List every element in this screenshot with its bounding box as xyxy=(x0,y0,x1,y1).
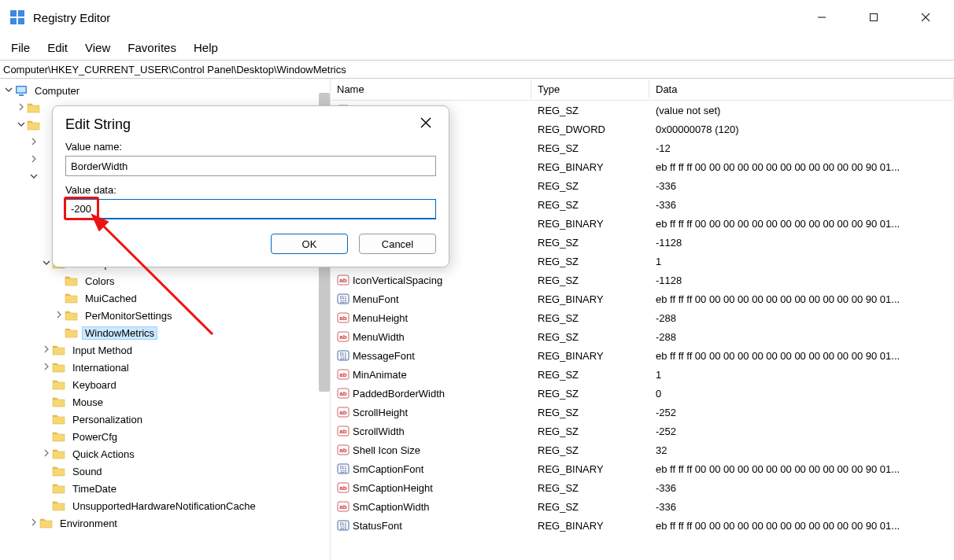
chevron-right-icon[interactable] xyxy=(41,363,52,372)
chevron-right-icon[interactable] xyxy=(28,518,39,528)
value-type: REG_BINARY xyxy=(531,292,649,307)
cancel-button[interactable]: Cancel xyxy=(359,234,436,254)
tree-item-colors[interactable]: Colors xyxy=(0,272,330,289)
chevron-right-icon[interactable] xyxy=(41,449,52,459)
chevron-down-icon[interactable] xyxy=(28,172,39,182)
menu-favorites[interactable]: Favorites xyxy=(121,38,183,57)
value-row[interactable]: SmCaptionFontREG_BINARYeb ff ff ff 00 00… xyxy=(331,459,954,478)
string-value-icon xyxy=(337,311,349,324)
folder-icon xyxy=(52,361,66,374)
address-bar[interactable]: Computer\HKEY_CURRENT_USER\Control Panel… xyxy=(0,60,954,79)
value-name-input[interactable] xyxy=(65,156,436,176)
value-type: REG_BINARY xyxy=(531,216,649,231)
menu-edit[interactable]: Edit xyxy=(41,38,74,57)
value-data: 1 xyxy=(649,254,954,269)
string-value-icon xyxy=(337,274,349,286)
folder-icon xyxy=(52,482,66,495)
chevron-right-icon[interactable] xyxy=(41,345,52,355)
chevron-right-icon[interactable] xyxy=(16,103,27,112)
chevron-right-icon[interactable] xyxy=(28,138,39,147)
tree-item-windowmetrics[interactable]: WindowMetrics xyxy=(0,324,330,341)
folder-icon xyxy=(52,465,66,477)
value-row[interactable]: Shell Icon SizeREG_SZ32 xyxy=(331,440,954,459)
computer-icon xyxy=(14,84,28,97)
value-row[interactable]: MenuFontREG_BINARYeb ff ff ff 00 00 00 0… xyxy=(331,289,954,308)
value-type: REG_SZ xyxy=(531,330,649,344)
folder-icon xyxy=(52,430,66,443)
value-row[interactable]: PaddedBorderWidthREG_SZ0 xyxy=(331,384,954,403)
value-name: IconVerticalSpacing xyxy=(353,274,442,286)
tree-item-personalization[interactable]: Personalization xyxy=(0,411,330,428)
chevron-down-icon[interactable] xyxy=(16,120,27,130)
tree-item-label: Mouse xyxy=(69,396,106,408)
folder-icon xyxy=(39,517,54,529)
tree-item-muicached[interactable]: MuiCached xyxy=(0,289,330,307)
tree-item-sound[interactable]: Sound xyxy=(0,462,330,480)
close-button[interactable] xyxy=(911,6,940,29)
value-row[interactable]: IconVerticalSpacingREG_SZ-1128 xyxy=(331,271,954,289)
tree-item-unsupportedhardwarenotificationcache[interactable]: UnsupportedHardwareNotificationCache xyxy=(0,497,330,514)
value-name: SmCaptionWidth xyxy=(353,501,430,513)
tree-item-input-method[interactable]: Input Method xyxy=(0,341,330,359)
value-data: eb ff ff ff 00 00 00 00 00 00 00 00 00 0… xyxy=(649,216,954,231)
tree-item-label: Sound xyxy=(69,466,105,477)
column-header-data[interactable]: Data xyxy=(649,80,954,98)
value-row[interactable]: SmCaptionWidthREG_SZ-336 xyxy=(331,497,954,516)
value-row[interactable]: StatusFontREG_BINARYeb ff ff ff 00 00 00… xyxy=(331,516,954,535)
chevron-none-icon xyxy=(41,415,52,424)
value-name: MessageFont xyxy=(353,350,415,362)
value-row[interactable]: MinAnimateREG_SZ1 xyxy=(331,365,954,384)
column-header-name[interactable]: Name xyxy=(331,80,531,98)
value-data: -288 xyxy=(649,330,954,344)
tree-item-permonitorsettings[interactable]: PerMonitorSettings xyxy=(0,307,330,324)
chevron-right-icon[interactable] xyxy=(28,155,39,164)
menu-file[interactable]: File xyxy=(5,38,36,57)
tree-item-label: WindowMetrics xyxy=(82,326,157,340)
value-type: REG_SZ xyxy=(531,367,649,382)
chevron-down-icon[interactable] xyxy=(41,259,52,268)
value-data-input[interactable] xyxy=(65,199,436,219)
value-name: MenuFont xyxy=(353,293,399,305)
maximize-button[interactable] xyxy=(860,6,888,29)
value-row[interactable]: MessageFontREG_BINARYeb ff ff ff 00 00 0… xyxy=(331,346,954,365)
menu-help[interactable]: Help xyxy=(187,38,224,57)
value-type: REG_DWORD xyxy=(531,122,649,137)
value-row[interactable]: MenuHeightREG_SZ-288 xyxy=(331,308,954,327)
value-data: -252 xyxy=(649,424,954,439)
ok-button[interactable]: OK xyxy=(271,234,348,254)
value-type: REG_BINARY xyxy=(531,160,649,175)
chevron-right-icon[interactable] xyxy=(54,311,65,320)
tree-item-timedate[interactable]: TimeDate xyxy=(0,480,330,497)
dialog-close-button[interactable] xyxy=(416,116,436,133)
menu-view[interactable]: View xyxy=(79,38,116,57)
value-type: REG_SZ xyxy=(531,197,649,212)
tree-item-label: Quick Actions xyxy=(69,448,138,460)
tree-item-label: Colors xyxy=(82,275,118,287)
tree-item-environment[interactable]: Environment xyxy=(0,514,330,532)
tree-item-powercfg[interactable]: PowerCfg xyxy=(0,428,330,445)
string-value-icon xyxy=(337,481,349,494)
chevron-none-icon xyxy=(54,277,65,286)
tree-item-international[interactable]: International xyxy=(0,359,330,376)
value-row[interactable]: MenuWidthREG_SZ-288 xyxy=(331,327,954,346)
folder-icon xyxy=(52,448,66,460)
value-row[interactable]: ScrollWidthREG_SZ-252 xyxy=(331,422,954,440)
tree-item-keyboard[interactable]: Keyboard xyxy=(0,376,330,393)
binary-value-icon xyxy=(337,519,349,532)
tree-item-mouse[interactable]: Mouse xyxy=(0,393,330,411)
tree-item-computer[interactable]: Computer xyxy=(0,82,330,99)
menu-bar: File Edit View Favorites Help xyxy=(0,35,954,60)
value-row[interactable]: SmCaptionHeightREG_SZ-336 xyxy=(331,478,954,497)
value-type: REG_BINARY xyxy=(531,348,649,363)
chevron-down-icon[interactable] xyxy=(3,86,14,95)
tree-item-label: Environment xyxy=(57,518,120,529)
value-type: REG_SZ xyxy=(531,443,649,458)
minimize-button[interactable] xyxy=(808,6,836,29)
title-bar: Registry Editor xyxy=(0,0,954,35)
window-title: Registry Editor xyxy=(33,11,808,24)
value-row[interactable]: ScrollHeightREG_SZ-252 xyxy=(331,403,954,422)
column-header-type[interactable]: Type xyxy=(531,80,649,98)
tree-item-label: Input Method xyxy=(69,344,135,356)
value-data: eb ff ff ff 00 00 00 00 00 00 00 00 00 0… xyxy=(649,348,954,363)
tree-item-quick-actions[interactable]: Quick Actions xyxy=(0,445,330,462)
